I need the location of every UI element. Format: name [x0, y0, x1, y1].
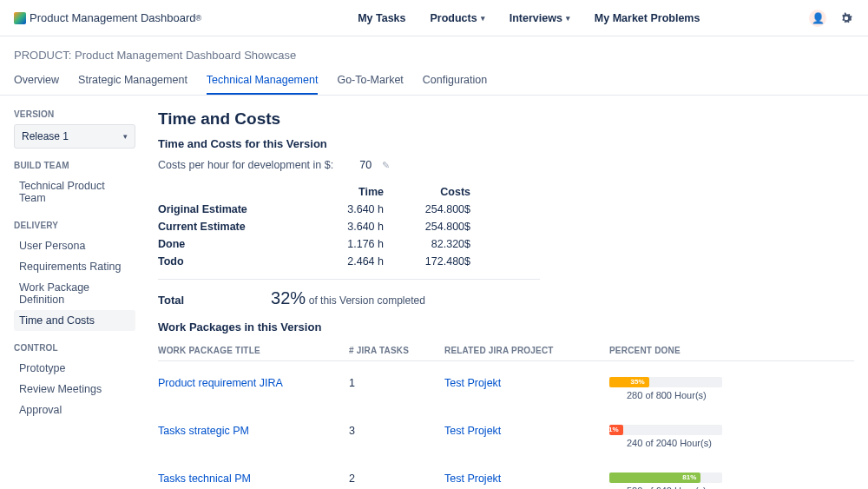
progress-hours: 280 of 800 Hour(s): [627, 390, 854, 400]
sidebar-header-build: BUILD TEAM: [14, 161, 135, 170]
sidebar-item-review[interactable]: Review Meetings: [14, 379, 135, 400]
wp-tasks: 2: [349, 457, 444, 489]
chevron-down-icon: ▾: [481, 14, 485, 23]
nav-products[interactable]: Products▾: [431, 12, 485, 24]
version-select[interactable]: Release 1 ▾: [14, 124, 135, 149]
table-row: Tasks technical PM2Test Projekt81%520 of…: [158, 457, 854, 489]
table-row: Product requirement JIRA1Test Projekt35%…: [158, 361, 854, 410]
nav-my-tasks[interactable]: My Tasks: [358, 12, 405, 24]
sidebar-item-time-costs[interactable]: Time and Costs: [14, 310, 135, 331]
nav-market-problems[interactable]: My Market Problems: [595, 12, 700, 24]
sidebar-item-build-team[interactable]: Technical Product Team: [14, 175, 135, 208]
edit-icon[interactable]: ✎: [382, 160, 390, 171]
wp-tasks: 1: [349, 361, 444, 410]
brand-trademark: ®: [196, 14, 202, 23]
wp-col-tasks: # JIRA TASKS: [349, 340, 444, 361]
wp-tasks: 3: [349, 409, 444, 457]
table-row: Tasks strategic PM3Test Projekt1%240 of …: [158, 409, 854, 457]
costs-table: TimeCosts Original Estimate3.640 h254.80…: [158, 183, 470, 270]
progress-bar: 35%: [609, 377, 722, 387]
section-subtitle: Time and Costs for this Version: [158, 137, 854, 150]
wp-project-link[interactable]: Test Projekt: [444, 377, 501, 389]
wp-project-link[interactable]: Test Projekt: [444, 425, 501, 437]
wp-title-link[interactable]: Tasks strategic PM: [158, 425, 249, 437]
total-label: Total: [158, 294, 184, 307]
tab-strategic[interactable]: Strategic Management: [78, 67, 187, 95]
nav-interviews[interactable]: Interviews▾: [510, 12, 570, 24]
page-title: Time and Costs: [158, 109, 854, 129]
sidebar-item-approval[interactable]: Approval: [14, 400, 135, 420]
tab-config[interactable]: Configuration: [423, 67, 487, 95]
sidebar-item-requirements[interactable]: Requirements Rating: [14, 256, 135, 277]
completion-pct: 32%: [271, 288, 306, 307]
wp-project-link[interactable]: Test Projekt: [444, 472, 501, 485]
wp-title-link[interactable]: Tasks technical PM: [158, 472, 251, 485]
tab-gtm[interactable]: Go-To-Market: [337, 67, 403, 95]
col-costs: Costs: [384, 183, 470, 201]
cph-label: Costs per hour for development in $:: [158, 159, 333, 171]
chevron-down-icon: ▾: [123, 132, 128, 141]
progress-bar: 81%: [609, 472, 722, 483]
chevron-down-icon: ▾: [566, 14, 570, 23]
progress-hours: 240 of 2040 Hour(s): [627, 438, 854, 448]
cph-value: 70: [359, 159, 372, 171]
wp-title-link[interactable]: Product requirement JIRA: [158, 377, 283, 389]
sidebar-item-prototype[interactable]: Prototype: [14, 358, 135, 379]
col-time: Time: [297, 183, 384, 201]
completion-suffix: of this Version completed: [309, 294, 425, 307]
brand-logo[interactable]: Product Management Dashboard ®: [14, 11, 201, 24]
sidebar-header-version: VERSION: [14, 109, 135, 119]
sidebar-header-delivery: DELIVERY: [14, 221, 135, 230]
wp-col-pct: PERCENT DONE: [609, 340, 854, 361]
gear-icon[interactable]: [838, 10, 854, 26]
logo-icon: [14, 12, 26, 24]
progress-hours: 520 of 640 Hour(s): [627, 486, 854, 489]
progress-bar: 1%: [609, 425, 722, 435]
sidebar-item-wpd[interactable]: Work Package Definition: [14, 277, 135, 310]
wp-col-proj: RELATED JIRA PROJECT: [444, 340, 609, 361]
sidebar-item-persona[interactable]: User Persona: [14, 235, 135, 256]
brand-name: Product Management Dashboard: [30, 11, 196, 24]
wp-section-title: Work Packages in this Version: [158, 320, 854, 334]
sidebar-header-control: CONTROL: [14, 343, 135, 353]
avatar[interactable]: 👤: [809, 10, 826, 27]
tab-overview[interactable]: Overview: [14, 67, 59, 95]
tab-technical[interactable]: Technical Management: [207, 67, 319, 95]
breadcrumb: PRODUCT: Product Management Dashboard Sh…: [0, 36, 868, 67]
wp-table: WORK PACKAGE TITLE # JIRA TASKS RELATED …: [158, 340, 854, 489]
wp-col-title: WORK PACKAGE TITLE: [158, 340, 349, 361]
